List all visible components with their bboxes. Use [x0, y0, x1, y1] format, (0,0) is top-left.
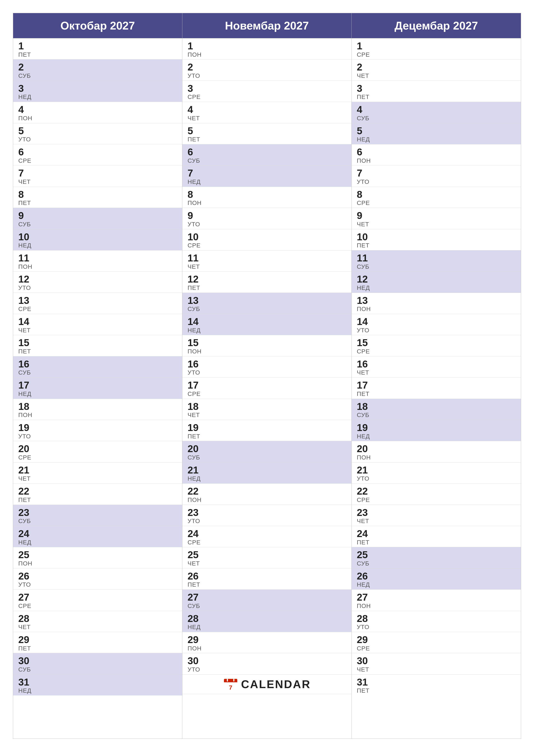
day-number: 8 — [18, 189, 177, 200]
day-name: НЕД — [18, 539, 177, 546]
day-number: 11 — [357, 253, 516, 263]
day-number: 6 — [188, 147, 346, 157]
day-row-m0-d7: 8ПЕТ — [13, 187, 182, 208]
day-row-m1-d27: 28НЕД — [182, 611, 351, 632]
day-number: 18 — [357, 401, 516, 412]
day-row-m0-d2: 3НЕД — [13, 81, 182, 102]
day-number: 2 — [18, 62, 177, 73]
day-row-m0-d1: 2СУБ — [13, 60, 182, 81]
day-row-m2-d9: 10ПЕТ — [352, 229, 521, 251]
day-name: ЧЕТ — [18, 327, 177, 334]
day-name: НЕД — [357, 433, 516, 440]
day-number: 6 — [357, 147, 516, 157]
day-name: ПЕТ — [188, 136, 346, 143]
day-row-m1-d16: 17СРЕ — [182, 378, 351, 399]
day-number: 9 — [357, 210, 516, 221]
logo-row: 7 CALENDAR — [182, 675, 351, 694]
day-row-m0-d17: 18ПОН — [13, 399, 182, 420]
day-name: НЕД — [18, 688, 177, 694]
day-row-m1-d15: 16УТО — [182, 357, 351, 378]
day-row-m2-d1: 2ЧЕТ — [352, 60, 521, 81]
day-row-m1-d14: 15ПОН — [182, 335, 351, 356]
day-row-m2-d2: 3ПЕТ — [352, 81, 521, 102]
day-number: 31 — [357, 677, 516, 688]
day-row-m2-d6: 7УТО — [352, 166, 521, 187]
day-name: СРЕ — [188, 391, 346, 397]
day-row-m2-d27: 28УТО — [352, 611, 521, 632]
day-number: 26 — [18, 571, 177, 582]
day-row-m2-d14: 15СРЕ — [352, 335, 521, 356]
day-name: ПОН — [18, 560, 177, 567]
day-name: СРЕ — [188, 539, 346, 546]
day-row-m1-d2: 3СРЕ — [182, 81, 351, 102]
logo-box: 7 CALENDAR — [223, 677, 311, 692]
day-name: ПЕТ — [357, 391, 516, 397]
day-number: 29 — [357, 634, 516, 645]
day-number: 20 — [188, 443, 346, 454]
day-name: НЕД — [188, 624, 346, 631]
day-name: ПОН — [18, 263, 177, 270]
day-number: 14 — [18, 316, 177, 327]
day-number: 3 — [18, 83, 177, 94]
day-number: 15 — [188, 337, 346, 348]
day-row-m0-d25: 26УТО — [13, 569, 182, 590]
day-name: СУБ — [188, 306, 346, 312]
day-number: 17 — [188, 380, 346, 391]
day-row-m0-d13: 14ЧЕТ — [13, 314, 182, 335]
day-number: 13 — [357, 295, 516, 306]
day-number: 7 — [188, 168, 346, 179]
day-name: НЕД — [188, 475, 346, 482]
day-name: УТО — [18, 581, 177, 588]
day-number: 24 — [357, 528, 516, 539]
month-header-0: Октобар 2027 — [13, 13, 182, 39]
day-row-m0-d27: 28ЧЕТ — [13, 611, 182, 632]
day-number: 4 — [18, 104, 177, 115]
day-row-m2-d21: 22СРЕ — [352, 484, 521, 505]
day-row-m0-d19: 20СРЕ — [13, 441, 182, 462]
day-name: СРЕ — [357, 348, 516, 355]
day-number: 6 — [18, 147, 177, 157]
day-name: ПЕТ — [18, 497, 177, 503]
day-number: 28 — [18, 613, 177, 624]
day-row-m2-d3: 4СУБ — [352, 102, 521, 123]
day-row-m1-d19: 20СУБ — [182, 441, 351, 462]
day-number: 17 — [18, 380, 177, 391]
day-number: 7 — [357, 168, 516, 179]
day-number: 20 — [357, 443, 516, 454]
day-number: 17 — [357, 380, 516, 391]
day-name: СУБ — [188, 603, 346, 609]
day-row-m1-d8: 9УТО — [182, 208, 351, 229]
day-number: 14 — [188, 316, 346, 327]
day-row-m1-d20: 21НЕД — [182, 463, 351, 484]
day-number: 24 — [188, 528, 346, 539]
day-number: 1 — [18, 40, 177, 51]
day-number: 9 — [18, 210, 177, 221]
month-column-2: Децембар 20271СРЕ2ЧЕТ3ПЕТ4СУБ5НЕД6ПОН7УТ… — [352, 13, 521, 739]
day-number: 29 — [18, 634, 177, 645]
calendar-logo-icon: 7 — [223, 677, 238, 692]
day-number: 11 — [18, 253, 177, 263]
day-name: СУБ — [18, 369, 177, 376]
day-name: СУБ — [357, 115, 516, 122]
day-number: 12 — [188, 274, 346, 285]
day-number: 23 — [357, 507, 516, 518]
day-number: 19 — [18, 422, 177, 433]
logo-text: CALENDAR — [241, 678, 311, 691]
day-row-m2-d7: 8СРЕ — [352, 187, 521, 208]
day-number: 4 — [357, 104, 516, 115]
day-number: 19 — [188, 422, 346, 433]
day-row-m2-d18: 19НЕД — [352, 420, 521, 441]
day-row-m0-d14: 15ПЕТ — [13, 335, 182, 356]
day-name: СУБ — [18, 221, 177, 228]
day-name: УТО — [188, 518, 346, 525]
day-number: 30 — [357, 655, 516, 666]
day-name: ПОН — [188, 200, 346, 206]
day-row-m0-d9: 10НЕД — [13, 229, 182, 251]
day-number: 27 — [188, 592, 346, 603]
day-name: ПЕТ — [188, 433, 346, 440]
day-name: СРЕ — [357, 497, 516, 503]
month-column-0: Октобар 20271ПЕТ2СУБ3НЕД4ПОН5УТО6СРЕ7ЧЕТ… — [13, 13, 182, 739]
day-row-m0-d6: 7ЧЕТ — [13, 166, 182, 187]
day-number: 13 — [18, 295, 177, 306]
day-row-m0-d21: 22ПЕТ — [13, 484, 182, 505]
